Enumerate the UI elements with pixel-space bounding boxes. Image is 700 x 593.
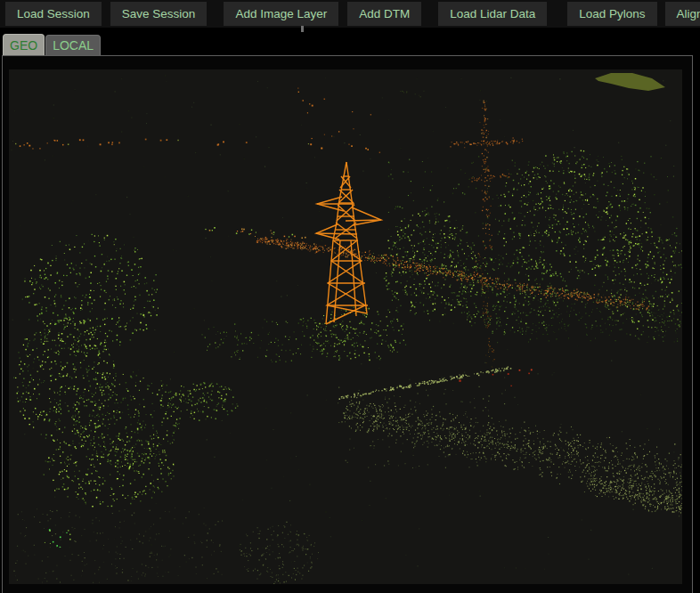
tab-local[interactable]: LOCAL [45, 35, 101, 55]
tab-geo-label: GEO [10, 38, 37, 53]
save-session-button[interactable]: Save Session [110, 2, 208, 26]
load-pylons-button[interactable]: Load Pylons [567, 2, 656, 26]
load-session-button[interactable]: Load Session [5, 2, 102, 26]
tab-local-label: LOCAL [53, 38, 94, 53]
tab-bar: GEO LOCAL [3, 35, 101, 55]
add-image-layer-button[interactable]: Add Image Layer [224, 2, 338, 26]
viewport-panel [2, 55, 693, 593]
app-window: Load Session Save Session Add Image Laye… [0, 0, 700, 593]
add-dtm-button[interactable]: Add DTM [347, 2, 421, 26]
toolbar: Load Session Save Session Add Image Laye… [0, 0, 700, 28]
toolbar-resize-tick [301, 26, 304, 32]
tab-geo[interactable]: GEO [3, 34, 45, 55]
lidar-viewport-canvas[interactable] [9, 69, 682, 584]
align-pylon-button[interactable]: Align Pylon [665, 2, 700, 26]
load-lidar-data-button[interactable]: Load Lidar Data [438, 2, 547, 26]
